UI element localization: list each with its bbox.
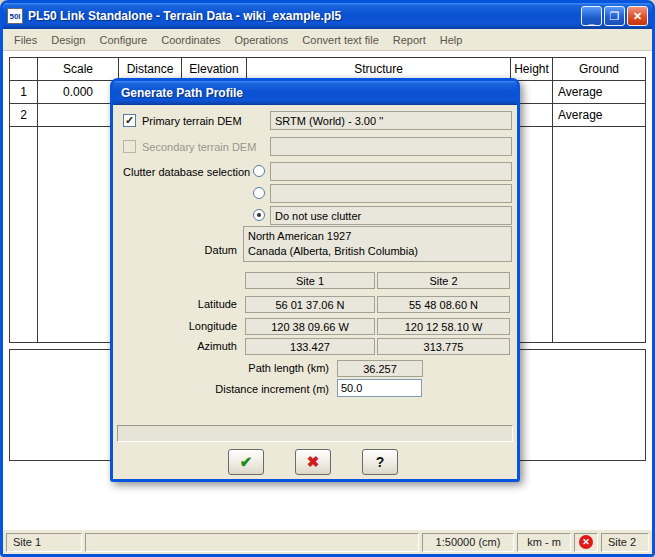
longitude-label: Longitude [141,320,237,332]
clutter-radio-1[interactable] [253,165,265,177]
menu-help[interactable]: Help [433,31,470,49]
table-column-extension [38,127,119,343]
distance-increment-label: Distance increment (m) [143,383,329,395]
longitude-site1-value: 120 38 09.66 W [245,318,375,335]
path-length-value: 36.257 [337,360,423,377]
distance-increment-input[interactable] [337,379,422,397]
menu-convert-text-file[interactable]: Convert text file [295,31,385,49]
row2-ground-cell[interactable]: Average [553,104,646,127]
azimuth-label: Azimuth [141,340,237,352]
azimuth-site1-value: 133.427 [245,338,375,355]
status-site2: Site 2 [601,533,649,552]
row2-index: 2 [10,104,38,127]
secondary-dem-label: Secondary terrain DEM [142,141,256,153]
help-question-icon: ? [376,454,385,470]
menu-configure[interactable]: Configure [92,31,154,49]
dialog-titlebar[interactable]: Generate Path Profile [113,81,517,105]
menu-design[interactable]: Design [44,31,92,49]
status-error-panel: ✕ [574,533,598,552]
path-length-label: Path length (km) [173,362,329,374]
table-header-ground: Ground [553,58,646,81]
menu-files[interactable]: Files [7,31,44,49]
checkmark-icon: ✓ [125,115,134,126]
menu-operations[interactable]: Operations [228,31,296,49]
row1-ground-cell[interactable]: Average [553,81,646,104]
site1-header: Site 1 [245,272,375,289]
titlebar: 50l PL50 Link Standalone - Terrain Data … [3,3,652,29]
progress-bar [117,425,513,442]
primary-dem-label: Primary terrain DEM [142,115,242,127]
close-icon: ✕ [633,10,642,22]
clutter-field-1[interactable] [270,162,512,181]
clutter-field-no-clutter[interactable]: Do not use clutter [270,206,512,225]
dialog-body: ✓ Primary terrain DEM SRTM (World) - 3.0… [113,105,517,479]
clutter-radio-no-clutter[interactable] [253,209,265,221]
primary-dem-field[interactable]: SRTM (World) - 3.00 '' [270,111,512,130]
secondary-dem-field[interactable] [270,137,512,156]
minimize-icon: _ [588,10,594,28]
close-button[interactable]: ✕ [627,6,648,26]
menu-report[interactable]: Report [386,31,433,49]
latitude-label: Latitude [141,298,237,310]
status-site1: Site 1 [6,533,82,552]
app-icon-text: 50l [9,12,20,21]
table-column-extension [553,127,646,343]
cancel-x-icon: ✖ [307,453,320,471]
minimize-button[interactable]: _ [581,6,602,26]
help-button[interactable]: ? [362,449,398,475]
maximize-icon: ❐ [610,10,620,22]
secondary-dem-checkbox[interactable] [123,140,136,153]
datum-line1: North American 1927 [248,229,507,244]
generate-path-profile-dialog: Generate Path Profile ✓ Primary terrain … [110,78,520,482]
statusbar: Site 1 1:50000 (cm) km - m ✕ Site 2 [3,530,652,554]
table-header-height: Height [511,58,553,81]
row1-scale-cell[interactable]: 0.000 [38,81,119,104]
app-icon: 50l [7,8,23,24]
status-scale: 1:50000 (cm) [422,533,514,552]
window-controls: _ ❐ ✕ [581,6,648,26]
cancel-button[interactable]: ✖ [295,449,331,475]
error-icon[interactable]: ✕ [579,535,593,549]
menu-coordinates[interactable]: Coordinates [154,31,227,49]
ok-button[interactable]: ✔ [228,449,264,475]
clutter-radio-2[interactable] [253,187,265,199]
longitude-site2-value: 120 12 58.10 W [377,318,510,335]
datum-box: North American 1927 Canada (Alberta, Bri… [243,226,512,262]
row2-scale-cell[interactable] [38,104,119,127]
datum-line2: Canada (Alberta, British Columbia) [248,244,507,259]
site2-header: Site 2 [377,272,510,289]
table-header-corner [10,58,38,81]
menubar: Files Design Configure Coordinates Opera… [3,29,652,51]
maximize-button[interactable]: ❐ [604,6,625,26]
row1-index: 1 [10,81,38,104]
status-message-panel [85,533,419,552]
clutter-field-2[interactable] [270,184,512,203]
table-header-scale: Scale [38,58,119,81]
latitude-site1-value: 56 01 37.06 N [245,296,375,313]
ok-check-icon: ✔ [240,453,253,471]
latitude-site2-value: 55 48 08.60 N [377,296,510,313]
primary-dem-checkbox[interactable]: ✓ [123,114,136,127]
status-units: km - m [517,533,571,552]
azimuth-site2-value: 313.775 [377,338,510,355]
table-column-extension [10,127,38,343]
clutter-selection-label: Clutter database selection [123,166,250,178]
window-title: PL50 Link Standalone - Terrain Data - wi… [28,9,581,23]
datum-label: Datum [173,244,237,256]
